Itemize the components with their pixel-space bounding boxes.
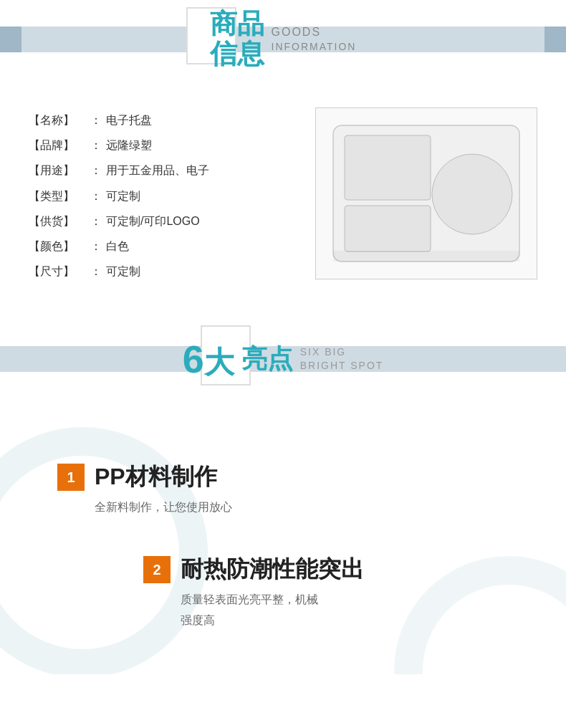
spec-label: 【尺寸】 <box>29 259 86 284</box>
feature-1-desc: 全新料制作，让您使用放心 <box>57 497 537 518</box>
spec-value: 用于五金用品、电子 <box>106 158 209 183</box>
header2-da: 大 <box>204 348 234 378</box>
spec-colon: ： <box>90 107 102 133</box>
spec-colon: ： <box>90 259 102 284</box>
header2-liangdian: 亮点 <box>241 342 293 377</box>
spec-colon: ： <box>90 133 102 158</box>
product-info-section: 【名称】：电子托盘【品牌】：远隆绿塑【用途】：用于五金用品、电子【类型】：可定制… <box>0 93 566 305</box>
spec-label: 【名称】 <box>29 107 86 133</box>
feature-1-badge: 1 <box>57 464 85 491</box>
feature-2-title-row: 2 耐热防潮性能突出 <box>143 554 523 585</box>
feature-2-desc: 质量轻表面光亮平整，机械强度高 <box>143 590 523 631</box>
spec-value: 白色 <box>106 234 129 259</box>
feature-2: 2 耐热防潮性能突出 质量轻表面光亮平整，机械强度高 <box>0 547 566 638</box>
feature-1-title-row: 1 PP材料制作 <box>57 461 537 493</box>
spec-label: 【用途】 <box>29 158 86 183</box>
spec-row: 【用途】：用于五金用品、电子 <box>29 158 287 183</box>
spec-row: 【类型】：可定制 <box>29 183 287 209</box>
spec-value: 可定制 <box>106 259 140 284</box>
spec-label: 【品牌】 <box>29 133 86 158</box>
spec-value: 可定制/可印LOGO <box>106 209 200 234</box>
header-cn-line1: 商品 <box>210 9 264 39</box>
spec-value: 远隆绿塑 <box>106 133 152 158</box>
header2-en-line1: SIX BIG <box>300 345 384 360</box>
goods-info-header: 商品 信息 GOODS INFORMATION <box>0 0 566 79</box>
spec-value: 电子托盘 <box>106 107 152 133</box>
features-section: 1 PP材料制作 全新料制作，让您使用放心 2 耐热防潮性能突出 质量轻表面光亮… <box>0 413 566 674</box>
svg-rect-4 <box>333 251 519 262</box>
product-specs: 【名称】：电子托盘【品牌】：远隆绿塑【用途】：用于五金用品、电子【类型】：可定制… <box>29 107 287 284</box>
header2-en-line2: BRIGHT SPOT <box>300 359 384 373</box>
spec-row: 【品牌】：远隆绿塑 <box>29 133 287 158</box>
feature-1: 1 PP材料制作 全新料制作，让您使用放心 <box>0 449 566 525</box>
svg-point-3 <box>432 154 512 234</box>
product-image <box>315 107 537 279</box>
spec-row: 【名称】：电子托盘 <box>29 107 287 133</box>
tray-illustration <box>326 118 527 269</box>
spec-colon: ： <box>90 209 102 234</box>
spec-row: 【供货】：可定制/可印LOGO <box>29 209 287 234</box>
feature-2-title: 耐热防潮性能突出 <box>181 554 364 585</box>
spec-row: 【颜色】：白色 <box>29 234 287 259</box>
feature-2-badge: 2 <box>143 556 171 583</box>
spec-label: 【颜色】 <box>29 234 86 259</box>
spec-colon: ： <box>90 234 102 259</box>
header-content: 商品 信息 GOODS INFORMATION <box>210 9 357 70</box>
spec-label: 【供货】 <box>29 209 86 234</box>
header-english: GOODS INFORMATION <box>272 24 357 54</box>
six-big-header: 6 大 亮点 SIX BIG BRIGHT SPOT <box>0 320 566 398</box>
spec-label: 【类型】 <box>29 183 86 209</box>
svg-rect-1 <box>345 135 431 200</box>
spec-value: 可定制 <box>106 183 140 209</box>
header-chinese: 商品 信息 <box>210 9 264 70</box>
header-en-line2: INFORMATION <box>272 40 357 54</box>
feature-1-title: PP材料制作 <box>95 461 217 493</box>
spec-colon: ： <box>90 158 102 183</box>
spec-row: 【尺寸】：可定制 <box>29 259 287 284</box>
header2-num: 6 <box>183 340 204 378</box>
header-en-line1: GOODS <box>272 24 357 40</box>
header-content-2: 6 大 亮点 SIX BIG BRIGHT SPOT <box>183 340 384 378</box>
spec-colon: ： <box>90 183 102 209</box>
svg-rect-2 <box>345 206 431 252</box>
header2-cn: 亮点 <box>241 342 293 377</box>
header-cn-line2: 信息 <box>210 39 264 70</box>
